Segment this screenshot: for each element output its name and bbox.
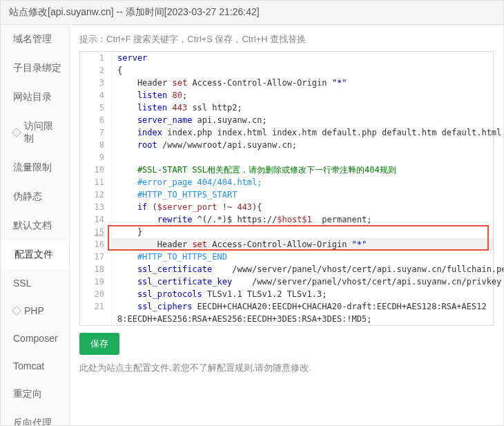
sidebar-item-label: 访问限制 xyxy=(24,120,62,145)
sidebar-item-11[interactable]: Tomcat xyxy=(1,352,69,380)
save-button[interactable]: 保存 xyxy=(79,333,119,355)
sidebar-item-5[interactable]: 伪静态 xyxy=(1,182,69,211)
sidebar-item-label: 默认文档 xyxy=(13,220,52,232)
footer-note: 此处为站点主配置文件,若您不了解配置规则,请勿随意修改. xyxy=(79,362,494,374)
window: 站点修改[api.suyanw.cn] -- 添加时间[2023-03-27 2… xyxy=(0,0,504,426)
hint-text: 提示：Ctrl+F 搜索关键字，Ctrl+S 保存，Ctrl+H 查找替换 xyxy=(79,33,494,46)
sidebar: 域名管理子目录绑定网站目录访问限制流量限制伪静态默认文档配置文件SSLPHPCo… xyxy=(1,25,70,425)
sidebar-item-6[interactable]: 默认文档 xyxy=(1,211,69,240)
sidebar-item-0[interactable]: 域名管理 xyxy=(1,25,69,54)
sidebar-item-label: SSL xyxy=(13,278,31,289)
sidebar-item-label: 网站目录 xyxy=(13,91,52,104)
sidebar-item-12[interactable]: 重定向 xyxy=(1,380,69,409)
sidebar-item-3[interactable]: 访问限制 xyxy=(1,112,69,153)
sidebar-item-2[interactable]: 网站目录 xyxy=(1,83,69,112)
sidebar-item-label: 子目录绑定 xyxy=(13,62,61,75)
sidebar-item-label: 重定向 xyxy=(13,388,42,400)
sidebar-item-7[interactable]: 配置文件 xyxy=(1,240,69,269)
sidebar-item-label: Tomcat xyxy=(13,360,44,371)
sidebar-item-label: 反向代理 xyxy=(13,417,52,425)
main-panel: 提示：Ctrl+F 搜索关键字，Ctrl+S 保存，Ctrl+H 查找替换 1s… xyxy=(70,25,503,425)
sidebar-item-label: 流量限制 xyxy=(13,162,52,174)
highlighted-line: 16 Header set Access-Control-Allow-Origi… xyxy=(80,238,493,251)
sidebar-item-label: 配置文件 xyxy=(14,249,53,261)
window-body: 域名管理子目录绑定网站目录访问限制流量限制伪静态默认文档配置文件SSLPHPCo… xyxy=(1,25,503,425)
sidebar-item-label: 域名管理 xyxy=(13,33,52,46)
sidebar-item-4[interactable]: 流量限制 xyxy=(1,153,69,182)
sidebar-item-label: Composer xyxy=(13,333,58,344)
sidebar-item-label: 伪静态 xyxy=(13,191,42,203)
window-title: 站点修改[api.suyanw.cn] -- 添加时间[2023-03-27 2… xyxy=(1,1,503,25)
sidebar-item-8[interactable]: SSL xyxy=(1,269,69,297)
diamond-icon xyxy=(12,128,21,137)
sidebar-item-label: PHP xyxy=(24,305,44,316)
diamond-icon xyxy=(12,306,21,316)
sidebar-item-1[interactable]: 子目录绑定 xyxy=(1,54,69,83)
code-editor[interactable]: 1server 2{ 3 Header set Access-Control-A… xyxy=(79,51,494,326)
sidebar-item-13[interactable]: 反向代理 xyxy=(1,409,69,425)
sidebar-item-9[interactable]: PHP xyxy=(1,297,69,325)
sidebar-item-10[interactable]: Composer xyxy=(1,325,69,352)
